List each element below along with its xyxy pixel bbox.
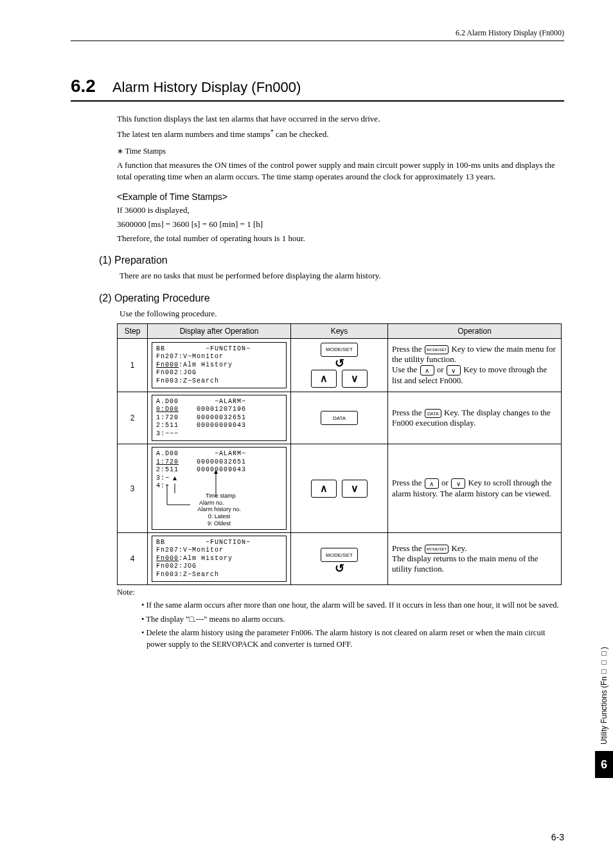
- step-num: 2: [118, 392, 148, 444]
- label-oldest: 9: Oldest: [152, 520, 287, 527]
- down-key: ∨: [342, 370, 368, 388]
- mode-set-key-inline: MODE/SET: [425, 345, 449, 354]
- data-key-inline: DATA: [425, 409, 441, 418]
- up-key: ∧: [311, 370, 337, 388]
- down-key: ∨: [342, 480, 368, 498]
- lcd-screen: BB −FUNCTION− Fn207:V−Monitor Fn000:Alm …: [152, 536, 287, 583]
- lcd-screen: A.D00 −ALARM− 0:D00 00001207196 1:720 00…: [152, 395, 287, 442]
- col-operation: Operation: [388, 323, 562, 338]
- note-item: • The display "□.---" means no alarm occ…: [141, 614, 564, 626]
- operation-cell: Press the DATA Key. The display changes …: [388, 392, 562, 444]
- timestamp-asterisk: ∗ Time Stamps: [117, 146, 564, 157]
- label-alarm-history-no: Alarm history no.: [152, 506, 287, 513]
- proc-text: Use the following procedure.: [120, 308, 564, 320]
- section-number: 6.2: [71, 76, 96, 96]
- intro-line-1: This function displays the last ten alar…: [117, 113, 564, 125]
- col-display: Display after Operation: [148, 323, 291, 338]
- up-key-inline: ∧: [425, 478, 439, 489]
- prep-heading: (1) Preparation: [99, 255, 564, 266]
- operation-cell: Press the MODE/SET Key to view the main …: [388, 338, 562, 392]
- note-label: Note:: [117, 588, 135, 597]
- up-key: ∧: [311, 480, 337, 498]
- display-cell: BB −FUNCTION− Fn207:V−Monitor Fn000:Alm …: [148, 532, 291, 585]
- down-key-inline: ∨: [447, 365, 461, 375]
- table-row: 3 A.D00 −ALARM− 1:720 00000032651 2:511 …: [118, 444, 562, 533]
- step-num: 4: [118, 532, 148, 585]
- loop-icon: [335, 566, 344, 571]
- table-row: 2 A.D00 −ALARM− 0:D00 00001207196 1:720 …: [118, 392, 562, 444]
- notes-block: Note: • If the same alarm occurs after m…: [117, 588, 564, 650]
- mode-set-key: MODE/SET: [321, 343, 358, 357]
- up-key-inline: ∧: [420, 365, 434, 375]
- label-latest: 0: Latest: [152, 513, 287, 520]
- data-key: DATA: [321, 411, 358, 425]
- proc-heading: (2) Operating Procedure: [99, 293, 564, 304]
- chapter-badge: 6: [595, 751, 613, 778]
- lcd-screen: BB −FUNCTION− Fn207:V−Monitor Fn000:Alm …: [152, 342, 287, 389]
- intro-line-2: The latest ten alarm numbers and time st…: [117, 127, 564, 141]
- mode-set-key-inline: MODE/SET: [425, 545, 449, 554]
- example-heading: <Example of Time Stamps>: [117, 192, 564, 202]
- operation-cell: Press the MODE/SET Key. The display retu…: [388, 532, 562, 585]
- loop-icon: [335, 361, 344, 366]
- page-number: 6-3: [551, 832, 564, 842]
- display-cell: BB −FUNCTION− Fn207:V−Monitor Fn000:Alm …: [148, 338, 291, 392]
- example-line-2: 3600000 [ms] = 3600 [s] = 60 [min] = 1 […: [117, 219, 564, 230]
- table-row: 4 BB −FUNCTION− Fn207:V−Monitor Fn000:Al…: [118, 532, 562, 585]
- keys-cell: ∧ ∨: [291, 444, 388, 533]
- step-num: 3: [118, 444, 148, 533]
- timestamp-desc: A function that measures the ON times of…: [117, 159, 564, 183]
- keys-cell: DATA: [291, 392, 388, 444]
- section-name: Alarm History Display (Fn000): [112, 79, 301, 96]
- header-text: 6.2 Alarm History Display (Fn000): [456, 28, 564, 37]
- label-alarm-no: Alarm no.: [177, 500, 287, 507]
- col-keys: Keys: [291, 323, 388, 338]
- note-item: • Delete the alarm history using the par…: [141, 628, 564, 650]
- label-time-stamp: Time stamp: [177, 493, 287, 500]
- keys-cell: MODE/SET ∧ ∨: [291, 338, 388, 392]
- table-row: 1 BB −FUNCTION− Fn207:V−Monitor Fn000:Al…: [118, 338, 562, 392]
- prep-text: There are no tasks that must be performe…: [120, 270, 564, 282]
- example-line-3: Therefore, the total number of operating…: [117, 233, 564, 244]
- step-num: 1: [118, 338, 148, 392]
- col-step: Step: [118, 323, 148, 338]
- section-title: 6.2 Alarm History Display (Fn000): [71, 76, 564, 102]
- example-line-1: If 36000 is displayed,: [117, 204, 564, 216]
- mode-set-key: MODE/SET: [321, 548, 358, 562]
- display-cell: A.D00 −ALARM− 1:720 00000032651 2:511 00…: [148, 444, 291, 533]
- operation-cell: Press the ∧ or ∨ Key to scroll through t…: [388, 444, 562, 533]
- side-tab: Utility Functions (Fn□□□) 6: [595, 642, 613, 778]
- keys-cell: MODE/SET: [291, 532, 388, 585]
- procedure-table: Step Display after Operation Keys Operat…: [117, 323, 562, 586]
- note-item: • If the same alarm occurs after more th…: [141, 600, 564, 611]
- down-key-inline: ∨: [451, 478, 465, 489]
- display-cell: A.D00 −ALARM− 0:D00 00001207196 1:720 00…: [148, 392, 291, 444]
- running-header: 6.2 Alarm History Display (Fn000): [71, 28, 564, 41]
- side-tab-label: Utility Functions (Fn□□□): [600, 642, 609, 750]
